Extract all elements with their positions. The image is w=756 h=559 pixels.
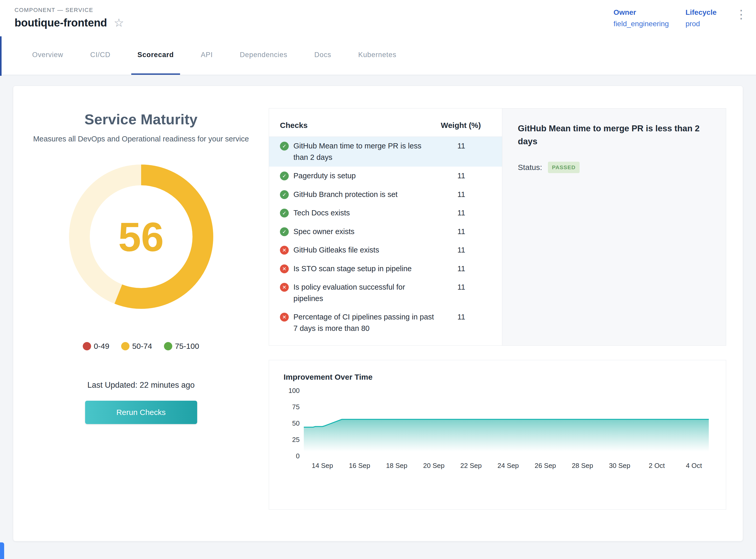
- weight-column-header: Weight (%): [441, 121, 493, 130]
- check-pass-icon: ✓: [280, 227, 289, 236]
- svg-text:28 Sep: 28 Sep: [572, 462, 593, 469]
- check-fail-icon: ✕: [280, 246, 289, 254]
- kebab-menu-icon[interactable]: ⋮: [733, 8, 749, 20]
- maturity-subtitle: Measures all DevOps and Operational read…: [33, 133, 249, 144]
- status-row: Status: PASSED: [518, 162, 710, 173]
- check-label: Percentage of CI pipelines passing in pa…: [289, 311, 441, 334]
- check-pass-icon: ✓: [280, 190, 289, 199]
- lifecycle-label: Lifecycle: [685, 8, 716, 17]
- content: Service Maturity Measures all DevOps and…: [0, 75, 756, 541]
- check-pass-icon: ✓: [280, 172, 289, 180]
- tab-bar: OverviewCI/CDScorecardAPIDependenciesDoc…: [0, 36, 756, 75]
- check-row[interactable]: ✓Tech Docs exists11: [269, 204, 502, 222]
- check-weight: 11: [441, 244, 493, 254]
- svg-text:24 Sep: 24 Sep: [498, 462, 519, 469]
- svg-text:25: 25: [292, 436, 300, 444]
- maturity-panel: Service Maturity Measures all DevOps and…: [13, 86, 269, 541]
- check-weight: 11: [441, 170, 493, 180]
- improvement-chart: 025507510014 Sep16 Sep18 Sep20 Sep22 Sep…: [283, 387, 711, 472]
- legend-label: 0-49: [94, 342, 109, 351]
- breadcrumb: COMPONENT — SERVICE: [15, 7, 124, 14]
- tab-kubernetes[interactable]: Kubernetes: [352, 36, 403, 75]
- svg-text:26 Sep: 26 Sep: [535, 462, 556, 469]
- bottom-left-accent: [0, 542, 4, 559]
- maturity-title: Service Maturity: [85, 111, 198, 128]
- svg-text:2 Oct: 2 Oct: [648, 462, 665, 469]
- svg-text:0: 0: [296, 452, 300, 460]
- check-label: GitHub Branch protection is set: [289, 189, 441, 200]
- check-row[interactable]: ✕GitHub Gitleaks file exists11: [269, 241, 502, 260]
- scorecard-card: Service Maturity Measures all DevOps and…: [13, 86, 743, 541]
- lifecycle-block: Lifecycle prod: [685, 8, 716, 28]
- legend-dot-icon: [121, 342, 130, 350]
- check-pass-icon: ✓: [280, 142, 289, 151]
- check-row[interactable]: ✓Pagerduty is setup11: [269, 166, 502, 185]
- lifecycle-value-link[interactable]: prod: [685, 20, 716, 28]
- status-badge: PASSED: [548, 162, 580, 173]
- page-header: COMPONENT — SERVICE boutique-frontend ☆ …: [0, 0, 756, 36]
- improvement-chart-card: Improvement Over Time 025507510014 Sep16…: [269, 360, 726, 510]
- owner-value-link[interactable]: field_engineering: [614, 20, 669, 28]
- header-right: Owner field_engineering Lifecycle prod ⋮: [614, 7, 749, 28]
- check-details-panel: GitHub Mean time to merge PR is less tha…: [502, 109, 726, 345]
- svg-text:16 Sep: 16 Sep: [349, 462, 370, 469]
- checks-and-chart: Checks Weight (%) ✓GitHub Mean time to m…: [269, 108, 726, 541]
- checks-section: Checks Weight (%) ✓GitHub Mean time to m…: [269, 108, 726, 346]
- check-row[interactable]: ✓GitHub Mean time to merge PR is less th…: [269, 137, 502, 166]
- legend-label: 75-100: [175, 342, 199, 351]
- header-left: COMPONENT — SERVICE boutique-frontend ☆: [15, 7, 124, 29]
- check-row[interactable]: ✕Is policy evaluation successful for pip…: [269, 278, 502, 308]
- owner-block: Owner field_engineering: [614, 8, 669, 28]
- svg-text:30 Sep: 30 Sep: [609, 462, 630, 469]
- svg-text:22 Sep: 22 Sep: [460, 462, 482, 469]
- checks-column-header: Checks: [280, 121, 441, 130]
- checks-table: Checks Weight (%) ✓GitHub Mean time to m…: [269, 109, 502, 345]
- score-legend: 0-4950-7475-100: [83, 342, 199, 351]
- legend-item: 50-74: [121, 342, 152, 351]
- svg-text:100: 100: [289, 387, 300, 395]
- check-weight: 11: [441, 140, 493, 150]
- legend-dot-icon: [83, 342, 91, 350]
- tab-docs[interactable]: Docs: [308, 36, 338, 75]
- check-label: GitHub Gitleaks file exists: [289, 244, 441, 256]
- check-fail-icon: ✕: [280, 265, 289, 273]
- check-row[interactable]: ✕Percentage of CI pipelines passing in p…: [269, 308, 502, 338]
- check-label: Tech Docs exists: [289, 207, 441, 219]
- tab-overview[interactable]: Overview: [26, 36, 70, 75]
- svg-text:50: 50: [292, 419, 300, 427]
- title-row: boutique-frontend ☆: [15, 17, 124, 29]
- check-row[interactable]: ✓GitHub Branch protection is set11: [269, 185, 502, 204]
- check-weight: 11: [441, 189, 493, 199]
- legend-item: 75-100: [164, 342, 199, 351]
- check-weight: 11: [441, 207, 493, 217]
- page-title: boutique-frontend: [15, 17, 107, 29]
- last-updated-text: Last Updated: 22 minutes ago: [87, 380, 195, 390]
- tab-dependencies[interactable]: Dependencies: [233, 36, 293, 75]
- check-details-title: GitHub Mean time to merge PR is less tha…: [518, 122, 710, 148]
- check-row[interactable]: ✕Is STO scan stage setup in pipeline11: [269, 260, 502, 278]
- maturity-donut: 56: [66, 161, 216, 312]
- svg-text:14 Sep: 14 Sep: [312, 462, 333, 469]
- checks-rows: ✓GitHub Mean time to merge PR is less th…: [269, 137, 502, 338]
- svg-text:4 Oct: 4 Oct: [686, 462, 702, 469]
- check-fail-icon: ✕: [280, 313, 289, 321]
- svg-text:75: 75: [292, 403, 300, 411]
- check-pass-icon: ✓: [280, 209, 289, 218]
- check-fail-icon: ✕: [280, 283, 289, 292]
- tab-scorecard[interactable]: Scorecard: [131, 36, 180, 75]
- tab-ci-cd[interactable]: CI/CD: [84, 36, 117, 75]
- tab-api[interactable]: API: [194, 36, 219, 75]
- check-weight: 11: [441, 311, 493, 321]
- check-row[interactable]: ✓Spec owner exists11: [269, 222, 502, 241]
- svg-text:18 Sep: 18 Sep: [386, 462, 407, 469]
- legend-dot-icon: [164, 342, 172, 350]
- check-label: Pagerduty is setup: [289, 170, 441, 182]
- svg-text:20 Sep: 20 Sep: [423, 462, 444, 469]
- checks-table-header: Checks Weight (%): [269, 113, 502, 137]
- owner-label: Owner: [614, 8, 669, 17]
- legend-item: 0-49: [83, 342, 109, 351]
- rerun-checks-button[interactable]: Rerun Checks: [85, 401, 197, 424]
- star-icon[interactable]: ☆: [114, 17, 124, 28]
- check-label: Spec owner exists: [289, 226, 441, 238]
- check-label: Is STO scan stage setup in pipeline: [289, 263, 441, 274]
